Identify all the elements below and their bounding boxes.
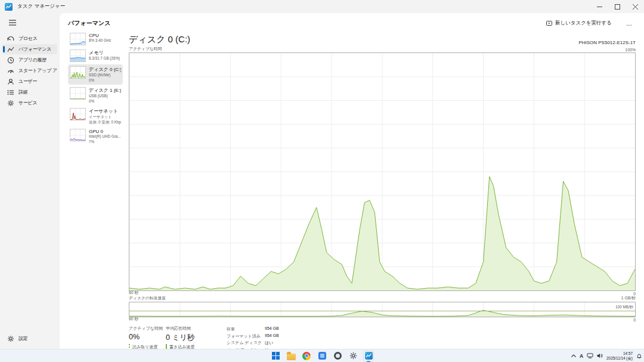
ring-app-icon (334, 352, 342, 360)
services-icon (7, 100, 14, 107)
transfer-rate-chart: 100 MB/秒 (129, 302, 636, 317)
read-speed-block: 読み取り速度 0 KB/秒 (129, 344, 157, 349)
active-time-max-label: 100% (626, 48, 636, 52)
network-icon[interactable] (587, 353, 593, 358)
users-icon (7, 78, 14, 85)
volume-icon[interactable] (597, 353, 603, 358)
sidebar-item-label: スタートアップ アプリ (18, 67, 57, 74)
perf-card-ethernet[interactable]: イーサネットイーサネット送信: 0 受信: 0 Kbps (68, 106, 123, 126)
gpu-spark-chart (70, 129, 86, 141)
sidebar-item-settings[interactable]: 設定 (2, 333, 57, 344)
notifications-bell-icon[interactable] (636, 353, 642, 359)
task-manager-taskbar-button[interactable] (363, 351, 374, 361)
content-panel: パフォーマンス 新しいタスクを実行する … CPU8% 3.40 GHz (60, 13, 644, 349)
perf-card-memory[interactable]: メモリ8.3/31.7 GB (26%) (68, 48, 123, 64)
file-explorer-button[interactable] (286, 351, 296, 361)
perf-card-disk0[interactable]: ディスク 0 (C:)SSD (NVMe)0% (68, 64, 123, 85)
memory-spark-chart (70, 49, 86, 62)
sidebar-item-label: アプリの履歴 (18, 57, 47, 63)
device-name: PHISON PS5012-E12S-1T (578, 40, 636, 45)
write-speed-label: 書き込み速度 (169, 344, 194, 349)
disk-detail-panel: ディスク 0 (C:) PHISON PS5012-E12S-1T アクティブな… (129, 31, 636, 349)
perf-card-disk1[interactable]: ディスク 1 (E:)USB (USB)0% (68, 85, 123, 106)
run-new-task-label: 新しいタスクを実行する (555, 20, 612, 27)
sidebar-item-performance[interactable]: パフォーマンス (2, 44, 57, 54)
settings-app-button[interactable] (348, 351, 358, 361)
window-title: タスク マネージャー (17, 3, 65, 10)
task-manager-icon (365, 352, 373, 360)
sidebar-item-label: サービス (18, 100, 37, 106)
active-time-stat-label: アクティブな時間 (129, 326, 157, 332)
transfer-reference-line (129, 311, 635, 311)
active-time-stat-value: 0% (129, 333, 157, 341)
avg-response-label: 平均応答時間 (166, 326, 194, 332)
taskbar-clock[interactable]: 14:57 2025/11/14 (金) (606, 351, 633, 361)
tray-date: 2025/11/14 (金) (606, 356, 633, 361)
transfer-max-label: 1 GB/秒 (621, 295, 636, 301)
task-manager-window: タスク マネージャー プロセス パフォーマンス アプリの履歴 (0, 0, 644, 362)
sidebar-item-details[interactable]: 詳細 (2, 87, 57, 97)
selected-accent-bar (3, 46, 5, 52)
start-button[interactable] (270, 351, 281, 361)
run-task-icon (546, 20, 552, 26)
processes-icon (7, 35, 14, 42)
startup-apps-icon (7, 67, 14, 75)
transfer-min-label: 0 (633, 318, 636, 322)
minimize-button[interactable] (590, 0, 608, 13)
task-manager-logo-icon (5, 3, 13, 11)
sidebar: プロセス パフォーマンス アプリの履歴 スタートアップ アプリ ユーザー (0, 13, 60, 349)
app-history-icon (7, 57, 14, 64)
sidebar-item-label: パフォーマンス (18, 46, 51, 52)
app-button-blue[interactable] (317, 351, 327, 361)
disk1-spark-chart (70, 87, 86, 100)
folder-icon (287, 354, 296, 360)
maximize-button[interactable] (608, 0, 626, 13)
run-new-task-button[interactable]: 新しいタスクを実行する (543, 18, 615, 29)
transfer-chart-label: ディスクの転送速度 (129, 295, 166, 301)
app-button-ring[interactable] (332, 351, 343, 361)
sidebar-item-label: 設定 (18, 335, 27, 342)
avg-response-value: 0 ミリ秒 (166, 333, 194, 343)
active-time-chart (129, 52, 636, 291)
titlebar: タスク マネージャー (0, 0, 644, 13)
disk-info-table: 容量954 GB フォーマット済み954 GB システム ディスクはい ページ … (227, 326, 289, 349)
tray-time: 14:57 (606, 351, 633, 356)
sidebar-item-users[interactable]: ユーザー (2, 76, 57, 86)
details-icon (7, 89, 14, 96)
performance-icon (7, 46, 14, 53)
performance-list: CPU8% 3.40 GHz メモリ8.3/31.7 GB (26%) ディスク… (68, 31, 123, 349)
disk-stats: アクティブな時間 0% 読み取り速度 0 KB/秒 平均応答時間 0 (129, 326, 636, 349)
cpu-spark-chart (70, 33, 86, 45)
detail-title: ディスク 0 (C:) (129, 34, 190, 45)
close-button[interactable] (626, 0, 644, 13)
write-speed-block: 書き込み速度 0 KB/秒 (166, 344, 194, 349)
read-speed-label: 読み取り速度 (132, 344, 157, 349)
sidebar-item-startup-apps[interactable]: スタートアップ アプリ (2, 66, 57, 76)
windows-logo-icon (272, 352, 280, 360)
active-time-chart-label: アクティブな時間 (129, 46, 162, 52)
perf-card-cpu[interactable]: CPU8% 3.40 GHz (68, 31, 123, 47)
sidebar-item-processes[interactable]: プロセス (2, 33, 57, 44)
sidebar-item-services[interactable]: サービス (2, 98, 57, 108)
blue-app-icon (318, 352, 326, 360)
more-options-button[interactable]: … (623, 20, 636, 27)
hamburger-menu-button[interactable] (6, 17, 19, 29)
tray-chevron-up-icon[interactable] (571, 354, 576, 357)
sidebar-item-label: プロセス (18, 35, 38, 42)
transfer-reference-label: 100 MB/秒 (615, 305, 633, 310)
chrome-button[interactable] (301, 351, 312, 361)
settings-gear-icon (7, 335, 14, 342)
taskbar: A 14:57 2025/11/14 (金) (0, 349, 644, 362)
gear-icon (349, 352, 357, 360)
chrome-icon (302, 352, 311, 360)
page-title: パフォーマンス (68, 19, 110, 27)
ethernet-spark-chart (70, 108, 86, 120)
ime-indicator[interactable]: A (580, 353, 583, 359)
sidebar-item-label: 詳細 (18, 89, 27, 95)
disk0-spark-chart (70, 66, 86, 79)
sidebar-item-label: ユーザー (18, 78, 37, 85)
perf-card-gpu[interactable]: GPU 0Intel(R) UHD Gra...7% (68, 127, 123, 146)
sidebar-item-app-history[interactable]: アプリの履歴 (2, 55, 57, 65)
